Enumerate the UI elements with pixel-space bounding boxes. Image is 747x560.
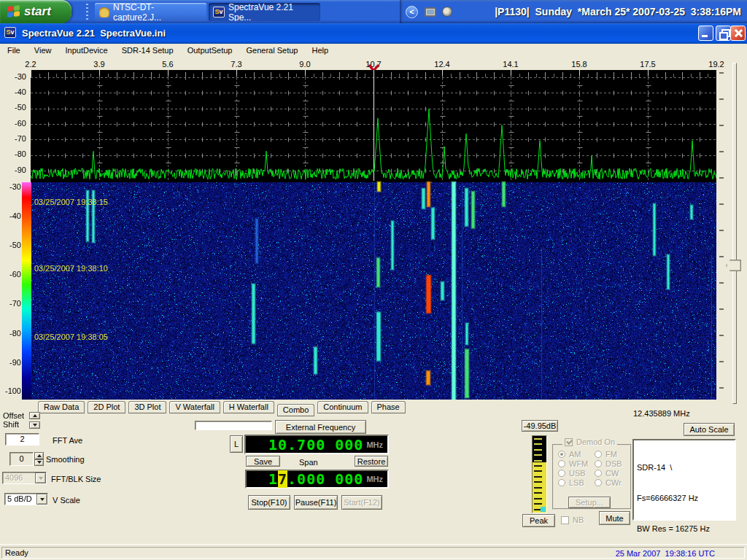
tab-h-waterfall[interactable]: H Waterfall (223, 401, 274, 413)
restore-button[interactable] (716, 26, 731, 41)
external-frequency-button[interactable]: External Frequency (275, 420, 366, 434)
start-button-f12[interactable]: Start(F12) (341, 495, 382, 510)
db-tick-label: -80 (3, 149, 26, 158)
tray-speaker-icon[interactable] (442, 7, 452, 17)
signal-level-meter (532, 435, 547, 513)
menu-general-setup[interactable]: General Setup (241, 44, 304, 56)
meter-ticks (534, 438, 542, 464)
quicklaunch-handle[interactable] (86, 4, 88, 20)
menu-file[interactable]: File (1, 44, 26, 56)
smoothing-spinner-down[interactable] (34, 459, 44, 467)
mute-button[interactable]: Mute (599, 511, 630, 525)
fft-ave-label: FFT Ave (53, 436, 82, 445)
center-frequency-display[interactable]: 10.700 000 MHz (244, 435, 389, 454)
freq-tick-label: 5.6 (157, 60, 179, 69)
shift-spinner-down[interactable] (29, 421, 40, 429)
window-title: SpectraVue 2.21 SpectraVue.ini (22, 28, 166, 39)
freq-tick-label: 14.1 (500, 60, 522, 69)
status-panel: Ready 25 Mar 2007 19:38:16 UTC (1, 547, 745, 559)
setup-button[interactable]: Setup... (568, 497, 611, 508)
auto-scale-button[interactable]: Auto Scale (684, 423, 735, 436)
freq-tick-label: 9.0 (294, 60, 316, 69)
freq-tick-label: 3.9 (88, 60, 110, 69)
start-button[interactable]: start (0, 0, 71, 23)
fft-ave-input[interactable]: 2 (5, 433, 39, 446)
mode-radio-fm[interactable]: FM (595, 449, 627, 459)
dropdown-arrow-icon (35, 472, 46, 483)
freq-tick-label: 19.2 (705, 60, 727, 69)
peak-button[interactable]: Peak (522, 514, 555, 527)
external-freq-field[interactable] (195, 421, 272, 430)
wf-db-tick-label: -70 (0, 299, 21, 308)
tab-2d-plot[interactable]: 2D Plot (88, 401, 125, 413)
gain-slider-thumb[interactable] (726, 260, 741, 271)
offset-spinner-up[interactable] (29, 412, 40, 419)
checkbox-icon (561, 516, 569, 524)
tab-3d-plot[interactable]: 3D Plot (128, 401, 166, 413)
mode-radio-lsb[interactable]: LSB (558, 478, 595, 487)
lock-l-button[interactable]: L (230, 435, 243, 453)
fft-blk-size-select[interactable]: 4096 (2, 472, 47, 484)
tray-chevron-icon[interactable]: < (406, 6, 418, 18)
v-scale-value: 5 dB/D (5, 494, 36, 505)
tab-v-waterfall[interactable]: V Waterfall (169, 401, 220, 413)
taskbar-task-ntsc[interactable]: NTSC-DT-capture2.J... (95, 3, 206, 21)
smoothing-input[interactable]: 0 (9, 452, 34, 466)
wf-db-tick-label: -40 (0, 211, 21, 220)
title-bar: Sv SpectraVue 2.21 SpectraVue.ini (0, 23, 747, 44)
mode-radio-wfm[interactable]: WFM (558, 459, 595, 468)
v-scale-select[interactable]: 5 dB/D (4, 493, 48, 505)
tab-raw-data[interactable]: Raw Data (38, 401, 85, 413)
demod-on-label: Demod On (576, 438, 615, 446)
menu-bar: File View InputDevice SDR-14 Setup Outpu… (0, 44, 747, 58)
span-digit: 1 (268, 470, 278, 488)
down-arrow-icon (37, 461, 42, 464)
tab-phase[interactable]: Phase (371, 401, 406, 413)
gain-slider-track[interactable] (732, 63, 737, 404)
fft-blk-size-value: 4096 (3, 472, 35, 483)
mode-radio-cwr[interactable]: CWr (595, 478, 627, 487)
menu-sdr14-setup[interactable]: SDR-14 Setup (116, 44, 179, 56)
spectravue-icon: Sv (213, 7, 225, 18)
nb-checkbox[interactable]: NB (561, 516, 584, 524)
save-button[interactable]: Save (246, 456, 280, 467)
system-tray: < |P1130| Sunday *March 25* 2007-03-25 3… (400, 0, 747, 23)
demod-on-checkbox[interactable]: Demod On (562, 438, 617, 446)
status-bar: Ready 25 Mar 2007 19:38:16 UTC (0, 544, 747, 560)
db-tick-label: -70 (3, 134, 26, 143)
span-digits: .000 000 (287, 470, 363, 488)
down-arrow-icon (33, 424, 37, 427)
mode-radio-cw[interactable]: CW (595, 468, 627, 478)
taskbar-clock[interactable]: |P1130| Sunday *March 25* 2007-03-25 3:3… (452, 6, 747, 18)
display-tabs: Raw Data 2D Plot 3D Plot V Waterfall H W… (38, 401, 406, 416)
db-tick-label: -30 (3, 72, 26, 81)
image-viewer-icon (99, 7, 109, 18)
taskbar-task-spectravue[interactable]: Sv SpectraVue 2.21 Spe... (209, 3, 320, 21)
fft-blk-size-label: FFT/BLK Size (51, 475, 101, 483)
menu-outputsetup[interactable]: OutputSetup (182, 44, 239, 56)
span-frequency-display[interactable]: 1 7 .000 000 MHz (245, 470, 389, 489)
mode-radio-usb[interactable]: USB (558, 468, 595, 478)
db-tick-label: -60 (3, 119, 26, 128)
tray-monitor-icon[interactable] (425, 7, 436, 17)
menu-help[interactable]: Help (306, 44, 335, 56)
meter-ticks (534, 465, 542, 512)
tab-continuum[interactable]: Continuum (317, 401, 368, 413)
mode-radio-dsb[interactable]: DSB (595, 459, 627, 468)
menu-inputdevice[interactable]: InputDevice (60, 44, 114, 56)
radio-icon (595, 470, 602, 477)
minimize-icon (699, 26, 713, 40)
pause-button[interactable]: Pause(F11) (294, 495, 338, 510)
mode-radio-am[interactable]: AM (558, 449, 595, 459)
spectrum-waterfall-plot[interactable] (31, 70, 716, 400)
menu-view[interactable]: View (28, 44, 58, 56)
close-button[interactable] (730, 26, 746, 41)
restore-button[interactable]: Restore (355, 456, 388, 467)
stop-button[interactable]: Stop(F10) (248, 495, 290, 510)
smoothing-spinner-up[interactable] (34, 452, 44, 459)
minimize-button[interactable] (698, 26, 713, 41)
demod-mode-radios: AM WFM USB LSB FM DSB CW CWr (558, 449, 627, 487)
task-label: SpectraVue 2.21 Spe... (228, 3, 316, 21)
tab-combo[interactable]: Combo (277, 404, 314, 416)
wf-db-tick-label: -30 (0, 182, 21, 191)
